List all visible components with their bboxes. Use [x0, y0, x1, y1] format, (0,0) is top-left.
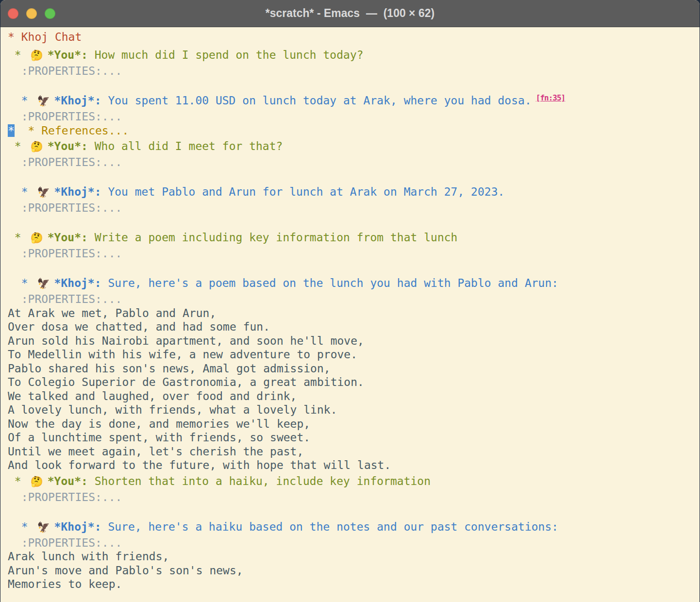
text-cursor: *: [8, 124, 15, 137]
message-text: Who all did I meet for that?: [95, 140, 283, 152]
poem-line: To Colegio Superior de Gastronomia, a gr…: [8, 375, 700, 389]
blank-line: [8, 261, 700, 275]
body-text: To Colegio Superior de Gastronomia, a gr…: [8, 376, 364, 388]
body-text: Arak lunch with friends,: [8, 550, 169, 563]
speaker-name: *You*:: [48, 140, 95, 152]
thinking-face-emoji: 🤔: [31, 141, 43, 152]
chat-message-khoj: * 🦅*Khoj*: You spent 11.00 USD on lunch …: [8, 92, 700, 110]
properties-text: :PROPERTIES:...: [8, 201, 122, 214]
footnote-link[interactable]: [fn:35]: [536, 93, 565, 102]
speaker-name: *You*:: [48, 475, 95, 487]
properties-drawer[interactable]: :PROPERTIES:...: [8, 201, 700, 215]
message-text: Sure, here's a poem based on the lunch y…: [108, 277, 558, 289]
properties-drawer[interactable]: :PROPERTIES:...: [8, 110, 700, 124]
org-star: *: [8, 277, 34, 289]
properties-drawer[interactable]: :PROPERTIES:...: [8, 292, 700, 306]
speaker-name: *Khoj*:: [54, 520, 108, 533]
body-text: Until we meet again, let's cherish the p…: [8, 445, 303, 458]
body-text: At Arak we met, Pablo and Arun,: [8, 307, 216, 319]
heading-text: * Khoj Chat: [8, 31, 82, 43]
properties-text: :PROPERTIES:...: [8, 491, 122, 503]
chat-message-you: * 🤔*You*: How much did I spend on the lu…: [8, 46, 700, 64]
body-text: Arun's move and Pablo's son's news,: [8, 564, 243, 577]
body-text: A lovely lunch, with friends, what a lov…: [8, 403, 337, 416]
blank-line: [8, 169, 700, 184]
chat-message-khoj: * 🦅*Khoj*: Sure, here's a haiku based on…: [8, 518, 700, 536]
eagle-emoji: 🦅: [37, 95, 50, 107]
properties-text: :PROPERTIES:...: [8, 247, 122, 260]
org-star: *: [8, 140, 28, 152]
eagle-emoji: 🦅: [37, 521, 50, 533]
haiku-line: Arak lunch with friends,: [8, 550, 700, 564]
body-text: Pablo shared his son's news, Amal got ad…: [8, 362, 331, 375]
org-star: *: [8, 520, 34, 533]
emacs-window: *scratch* - Emacs — (100 × 62) * Khoj Ch…: [0, 0, 700, 602]
window-title: *scratch* - Emacs — (100 × 62): [0, 7, 700, 20]
message-text: Write a poem including key information f…: [95, 231, 458, 244]
message-text: You met Pablo and Arun for lunch at Arak…: [108, 185, 504, 198]
poem-line: Pablo shared his son's news, Amal got ad…: [8, 362, 700, 376]
poem-line: At Arak we met, Pablo and Arun,: [8, 306, 700, 320]
poem-line: Now the day is done, and memories we'll …: [8, 417, 700, 431]
chat-message-khoj: * 🦅*Khoj*: You met Pablo and Arun for lu…: [8, 183, 700, 201]
properties-drawer[interactable]: :PROPERTIES:...: [8, 155, 700, 169]
org-star: *: [8, 94, 34, 107]
poem-line: A lovely lunch, with friends, what a lov…: [8, 403, 700, 417]
org-star: *: [8, 49, 28, 61]
body-text: Now the day is done, and memories we'll …: [8, 418, 310, 430]
org-star: *: [8, 475, 28, 487]
chat-message-you: * 🤔*You*: Write a poem including key inf…: [8, 229, 700, 247]
org-star: *: [8, 185, 34, 198]
chat-message-you: * 🤔*You*: Who all did I meet for that?: [8, 137, 700, 155]
message-text: Sure, here's a haiku based on the notes …: [108, 520, 558, 533]
org-heading-khoj-chat: * Khoj Chat: [8, 28, 700, 46]
references-heading[interactable]: * * References...: [8, 124, 700, 138]
close-button[interactable]: [8, 8, 18, 19]
eagle-emoji: 🦅: [37, 186, 50, 198]
blank-line: [8, 78, 700, 92]
body-text: And look forward to the future, with hop…: [8, 459, 391, 471]
zoom-button[interactable]: [45, 8, 55, 19]
blank-line: [8, 215, 700, 229]
references-text: * References...: [15, 124, 129, 137]
body-text: Over dosa we chatted, and had some fun.: [8, 320, 270, 333]
speaker-name: *Khoj*:: [54, 185, 108, 198]
minimize-button[interactable]: [26, 8, 37, 19]
body-text: To Medellin with his wife, a new adventu…: [8, 348, 357, 361]
poem-line: Arun sold his Nairobi apartment, and soo…: [8, 334, 700, 348]
properties-text: :PROPERTIES:...: [8, 110, 122, 123]
chat-message-you: * 🤔*You*: Shorten that into a haiku, inc…: [8, 472, 700, 490]
body-text: Arun sold his Nairobi apartment, and soo…: [8, 334, 364, 347]
body-text: Memories to keep.: [8, 578, 122, 590]
poem-line: Until we meet again, let's cherish the p…: [8, 445, 700, 459]
haiku-line: Memories to keep.: [8, 577, 700, 591]
message-text: You spent 11.00 USD on lunch today at Ar…: [108, 94, 531, 107]
chat-message-khoj: * 🦅*Khoj*: Sure, here's a poem based on …: [8, 274, 700, 292]
org-star: *: [8, 231, 28, 244]
properties-text: :PROPERTIES:...: [8, 156, 122, 168]
poem-line: Of a lunchtime spent, with friends, so s…: [8, 431, 700, 445]
poem-line: We talked and laughed, over food and dri…: [8, 389, 700, 403]
speaker-name: *You*:: [48, 231, 95, 244]
properties-drawer[interactable]: :PROPERTIES:...: [8, 247, 700, 261]
traffic-lights: [8, 0, 55, 27]
properties-drawer[interactable]: :PROPERTIES:...: [8, 536, 700, 550]
haiku-line: Arun's move and Pablo's son's news,: [8, 564, 700, 578]
poem-line: To Medellin with his wife, a new adventu…: [8, 348, 700, 362]
thinking-face-emoji: 🤔: [31, 232, 43, 244]
thinking-face-emoji: 🤔: [31, 476, 43, 487]
emacs-buffer[interactable]: * Khoj Chat * 🤔*You*: How much did I spe…: [0, 27, 700, 602]
blank-line: [8, 504, 700, 518]
message-text: Shorten that into a haiku, include key i…: [95, 475, 431, 487]
body-text: We talked and laughed, over food and dri…: [8, 390, 297, 402]
speaker-name: *You*:: [48, 49, 95, 61]
properties-drawer[interactable]: :PROPERTIES:...: [8, 64, 700, 78]
body-text: Of a lunchtime spent, with friends, so s…: [8, 431, 310, 444]
properties-drawer[interactable]: :PROPERTIES:...: [8, 490, 700, 504]
speaker-name: *Khoj*:: [54, 94, 108, 107]
poem-line: Over dosa we chatted, and had some fun.: [8, 320, 700, 334]
speaker-name: *Khoj*:: [54, 277, 108, 289]
thinking-face-emoji: 🤔: [31, 50, 43, 61]
titlebar[interactable]: *scratch* - Emacs — (100 × 62): [0, 0, 700, 27]
message-text: How much did I spend on the lunch today?: [95, 49, 364, 61]
